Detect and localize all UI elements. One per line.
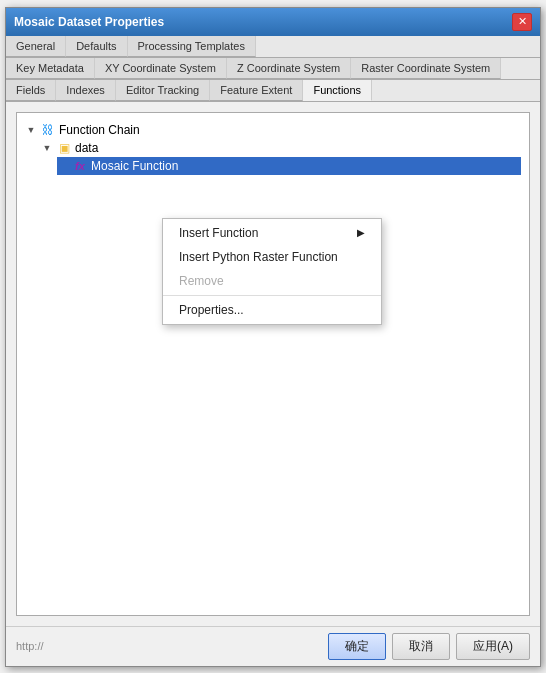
menu-remove-label: Remove — [179, 274, 224, 288]
close-button[interactable]: ✕ — [512, 13, 532, 31]
menu-insert-function-label: Insert Function — [179, 226, 258, 240]
menu-properties-label: Properties... — [179, 303, 244, 317]
main-window: Mosaic Dataset Properties ✕ General Defa… — [5, 7, 541, 667]
mosaic-expand-icon — [57, 160, 69, 172]
main-content: ▼ ⛓ Function Chain ▼ ▣ data fx Mosaic Fu… — [6, 102, 540, 626]
tree-data-label: data — [75, 141, 98, 155]
tab-functions[interactable]: Functions — [303, 80, 372, 101]
folder-icon: ▣ — [56, 140, 72, 156]
submenu-arrow: ▶ — [357, 227, 365, 238]
menu-insert-function[interactable]: Insert Function ▶ — [163, 221, 381, 245]
tab-raster-coordinate[interactable]: Raster Coordinate System — [351, 58, 501, 79]
expand-icon: ▼ — [25, 124, 37, 136]
menu-separator — [163, 295, 381, 296]
menu-insert-python-label: Insert Python Raster Function — [179, 250, 338, 264]
data-expand-icon: ▼ — [41, 142, 53, 154]
tab-z-coordinate[interactable]: Z Coordinate System — [227, 58, 351, 79]
tree-root[interactable]: ▼ ⛓ Function Chain — [25, 121, 521, 139]
tree-panel: ▼ ⛓ Function Chain ▼ ▣ data fx Mosaic Fu… — [16, 112, 530, 616]
tree-mosaic-function[interactable]: fx Mosaic Function — [57, 157, 521, 175]
tree-root-label: Function Chain — [59, 123, 140, 137]
tab-processing-templates[interactable]: Processing Templates — [128, 36, 256, 57]
fx-icon: fx — [72, 158, 88, 174]
menu-insert-python[interactable]: Insert Python Raster Function — [163, 245, 381, 269]
cancel-button[interactable]: 取消 — [392, 633, 450, 660]
tab-xy-coordinate[interactable]: XY Coordinate System — [95, 58, 227, 79]
tab-general[interactable]: General — [6, 36, 66, 57]
tab-editor-tracking[interactable]: Editor Tracking — [116, 80, 210, 101]
tree-leaf-label: Mosaic Function — [91, 159, 178, 173]
tab-defaults[interactable]: Defaults — [66, 36, 127, 57]
ok-button[interactable]: 确定 — [328, 633, 386, 660]
menu-properties[interactable]: Properties... — [163, 298, 381, 322]
tab-row-3: Fields Indexes Editor Tracking Feature E… — [6, 80, 540, 102]
tab-key-metadata[interactable]: Key Metadata — [6, 58, 95, 79]
title-bar: Mosaic Dataset Properties ✕ — [6, 8, 540, 36]
tree-data[interactable]: ▼ ▣ data — [41, 139, 521, 157]
tab-feature-extent[interactable]: Feature Extent — [210, 80, 303, 101]
window-title: Mosaic Dataset Properties — [14, 15, 164, 29]
footer: http:// 确定 取消 应用(A) — [6, 626, 540, 666]
chain-icon: ⛓ — [40, 122, 56, 138]
menu-remove: Remove — [163, 269, 381, 293]
title-bar-buttons: ✕ — [512, 13, 532, 31]
tab-row-2: Key Metadata XY Coordinate System Z Coor… — [6, 58, 540, 80]
tab-indexes[interactable]: Indexes — [56, 80, 116, 101]
context-menu: Insert Function ▶ Insert Python Raster F… — [162, 218, 382, 325]
tab-fields[interactable]: Fields — [6, 80, 56, 101]
apply-button[interactable]: 应用(A) — [456, 633, 530, 660]
tab-row-1: General Defaults Processing Templates — [6, 36, 540, 58]
footer-url: http:// — [16, 640, 322, 652]
